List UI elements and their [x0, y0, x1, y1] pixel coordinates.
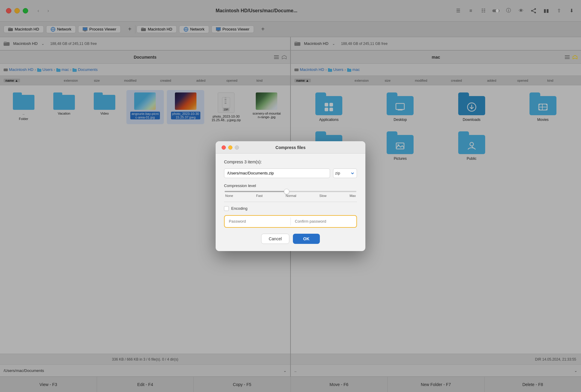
slider-label-none: None — [225, 194, 233, 197]
compress-modal: Compress files Compress 3 item(s): zip C… — [216, 141, 365, 251]
slider-label-slow: Slow — [319, 194, 326, 197]
slider-track — [225, 191, 356, 192]
compress-label: Compress 3 item(s): — [224, 159, 357, 164]
modal-maximize-button — [235, 145, 239, 150]
slider-label-normal: Normal — [286, 194, 296, 197]
slider-label-fast: Fast — [256, 194, 262, 197]
password-input[interactable] — [225, 216, 290, 227]
ok-button[interactable]: OK — [293, 234, 320, 244]
cancel-button[interactable]: Cancel — [261, 234, 289, 244]
modal-title: Compress files — [276, 145, 305, 150]
slider-thumb[interactable] — [284, 189, 289, 194]
format-chevron-icon — [350, 171, 355, 176]
modal-divider — [224, 202, 357, 202]
format-value: zip — [335, 171, 340, 175]
modal-overlay: Compress files Compress 3 item(s): zip C… — [0, 0, 581, 392]
encoding-row: Encoding — [224, 206, 357, 211]
password-row — [224, 215, 357, 228]
encoding-label: Encoding — [231, 206, 247, 211]
modal-body: Compress 3 item(s): zip Compression leve… — [216, 154, 365, 251]
format-select[interactable]: zip — [333, 168, 357, 178]
confirm-password-input[interactable] — [291, 216, 357, 227]
slider-labels: None Fast Normal Slow Max — [225, 194, 356, 197]
encoding-checkbox[interactable] — [224, 206, 229, 211]
file-path-input[interactable] — [224, 168, 330, 178]
slider-label-max: Max — [349, 194, 356, 197]
modal-traffic-lights — [222, 145, 239, 150]
modal-minimize-button[interactable] — [228, 145, 232, 150]
modal-close-button[interactable] — [222, 145, 226, 150]
modal-titlebar: Compress files — [216, 141, 365, 154]
compression-slider: None Fast Normal Slow Max — [224, 191, 357, 197]
modal-file-row: zip — [224, 168, 357, 178]
compression-label: Compression level — [224, 183, 357, 188]
slider-fill — [225, 191, 287, 192]
modal-buttons: Cancel OK — [224, 234, 357, 244]
